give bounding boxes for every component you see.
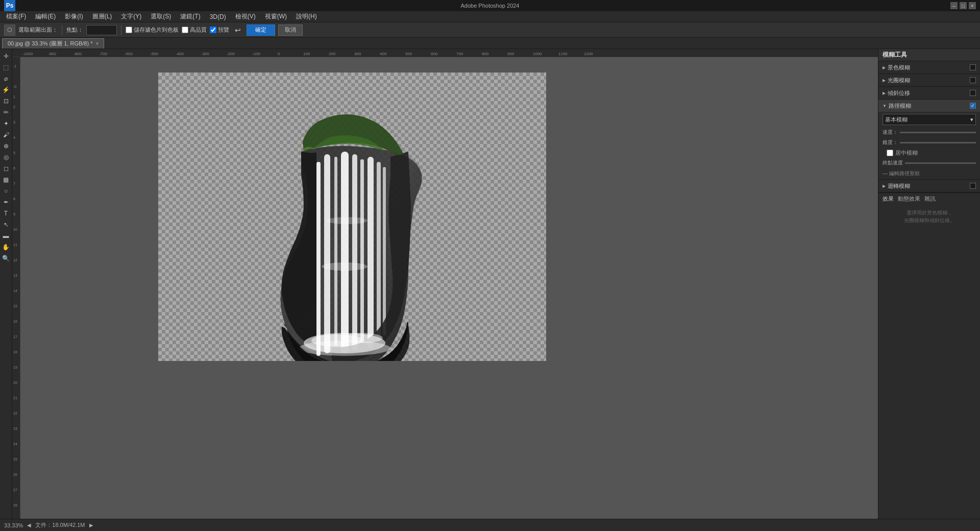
svg-text:24: 24: [13, 442, 17, 446]
taper-slider[interactable]: [900, 142, 976, 143]
svg-text:-600: -600: [125, 52, 133, 56]
svg-point-68: [342, 333, 383, 343]
svg-text:700: 700: [456, 52, 463, 56]
focus-label: 焦點：: [66, 26, 83, 34]
light-blur-label: 光圈模糊: [888, 77, 968, 84]
tool-brush[interactable]: 🖌: [1, 130, 11, 140]
tilt-shift-label: 傾斜位移: [888, 89, 968, 97]
svg-rect-61: [360, 159, 364, 343]
tilt-shift-checkbox[interactable]: [970, 90, 976, 96]
preview-checkbox[interactable]: [210, 27, 216, 33]
tool-path-select[interactable]: ↖: [1, 220, 11, 230]
tool-select[interactable]: ⬚: [1, 62, 11, 73]
svg-text:-700: -700: [99, 52, 108, 56]
svg-rect-58: [334, 157, 337, 346]
confirm-button[interactable]: 確定: [247, 25, 275, 36]
tool-heal[interactable]: ✦: [1, 118, 11, 129]
menu-text[interactable]: 文字(Y): [117, 11, 145, 22]
panel-section-spin-blur: ▶ 迴轉模糊: [878, 180, 980, 192]
expand-arrow-light-blur: ▶: [883, 78, 886, 83]
center-blur-checkbox[interactable]: [887, 150, 893, 156]
menu-3d[interactable]: 3D(D): [206, 12, 230, 21]
tab-name: 00.jpg @ 33.3% (圖層 1, RGB/8) *: [8, 40, 92, 47]
path-blur-dropdown[interactable]: 基本模糊 ▾: [883, 114, 976, 125]
menu-view[interactable]: 檢視(V): [231, 11, 260, 22]
svg-rect-0: [12, 49, 878, 57]
end-speed-slider[interactable]: [905, 162, 976, 164]
svg-text:-800: -800: [74, 52, 82, 56]
menu-help[interactable]: 說明(H): [292, 11, 321, 22]
focus-input[interactable]: [86, 25, 117, 35]
menu-layer[interactable]: 圖層(L): [88, 11, 116, 22]
menu-edit[interactable]: 編輯(E): [31, 11, 60, 22]
tool-zoom[interactable]: 🔍: [1, 253, 11, 263]
panel-row-color-blur[interactable]: ▶ 景色模糊: [878, 61, 980, 74]
canvas-document[interactable]: [158, 73, 546, 361]
speed-slider[interactable]: [900, 132, 976, 133]
cancel-button[interactable]: 取消: [278, 25, 303, 36]
tool-gradient[interactable]: ▦: [1, 175, 11, 185]
svg-text:22: 22: [13, 412, 17, 415]
tool-magic[interactable]: ⚡: [1, 85, 11, 95]
motion-effects-label[interactable]: 動態效果: [898, 195, 920, 203]
tab-close-button[interactable]: ×: [95, 41, 99, 46]
tool-clone[interactable]: ⊕: [1, 141, 11, 151]
canvas-viewport[interactable]: [20, 57, 878, 519]
status-bar: 33.33% ◀ 文件：18.0M/42.1M ▶: [0, 519, 980, 531]
tool-dodge[interactable]: ○: [1, 186, 11, 196]
spin-blur-checkbox[interactable]: [970, 183, 976, 189]
light-blur-checkbox[interactable]: [970, 77, 976, 83]
close-button[interactable]: ×: [969, 2, 976, 9]
tool-pen[interactable]: ✒: [1, 197, 11, 207]
panel-section-path-blur: ▼ 路徑模糊 ✓ 基本模糊 ▾ 速度： 錐度：: [878, 100, 980, 180]
svg-text:8: 8: [13, 197, 15, 201]
tool-move[interactable]: ✛: [1, 51, 11, 61]
menu-filter[interactable]: 濾鏡(T): [176, 11, 204, 22]
path-blur-checkbox[interactable]: ✓: [970, 103, 976, 109]
menu-window[interactable]: 視窗(W): [261, 11, 291, 22]
tool-history[interactable]: ◎: [1, 152, 11, 162]
effects-row: 效果 動態效果 雜訊: [878, 192, 980, 205]
svg-text:1100: 1100: [558, 52, 568, 56]
color-blur-checkbox[interactable]: [970, 64, 976, 70]
document-tab[interactable]: 00.jpg @ 33.3% (圖層 1, RGB/8) * ×: [2, 38, 104, 49]
status-nav-next[interactable]: ▶: [89, 522, 93, 528]
panel-section-light-blur: ▶ 光圈模糊: [878, 74, 980, 87]
panel-row-spin-blur[interactable]: ▶ 迴轉模糊: [878, 180, 980, 192]
panel-row-path-blur[interactable]: ▼ 路徑模糊 ✓: [878, 100, 980, 112]
maximize-button[interactable]: □: [960, 2, 967, 9]
svg-rect-24: [12, 57, 20, 519]
svg-rect-59: [341, 152, 349, 353]
svg-text:1200: 1200: [584, 52, 593, 56]
svg-point-69: [322, 262, 368, 271]
panel-row-tilt-shift[interactable]: ▶ 傾斜位移: [878, 87, 980, 99]
menu-select[interactable]: 選取(S): [146, 11, 175, 22]
tool-text[interactable]: T: [1, 208, 11, 219]
save-checkbox[interactable]: [126, 27, 132, 33]
svg-text:-1000: -1000: [22, 52, 33, 56]
svg-rect-63: [377, 162, 381, 341]
save-label: 儲存濾色片到色板: [134, 26, 179, 34]
undo-button[interactable]: ↩: [232, 25, 243, 36]
panel-row-light-blur[interactable]: ▶ 光圈模糊: [878, 74, 980, 86]
tool-eyedropper[interactable]: ✏: [1, 107, 11, 117]
minimize-button[interactable]: –: [950, 2, 958, 9]
tool-eraser[interactable]: ◻: [1, 163, 11, 174]
quality-checkbox-group: 高品質: [182, 26, 207, 34]
quality-checkbox[interactable]: [182, 27, 188, 33]
tool-hand[interactable]: ✋: [1, 242, 11, 252]
tool-lasso[interactable]: ⌀: [1, 74, 11, 84]
color-blur-label: 景色模糊: [888, 64, 968, 71]
svg-text:-200: -200: [227, 52, 235, 56]
svg-text:14: 14: [13, 289, 17, 293]
menu-image[interactable]: 影像(I): [61, 11, 87, 22]
tool-crop[interactable]: ⊡: [1, 96, 11, 106]
toolbar-sep-1: [62, 25, 62, 35]
status-nav-prev[interactable]: ◀: [27, 522, 31, 528]
tool-selector-icon[interactable]: ⬡: [4, 25, 15, 36]
noise-label[interactable]: 雜訊: [924, 195, 936, 203]
svg-text:11: 11: [13, 243, 17, 247]
svg-text:28: 28: [13, 503, 17, 507]
menu-file[interactable]: 檔案(F): [2, 11, 30, 22]
tool-shape[interactable]: ▬: [1, 231, 11, 241]
